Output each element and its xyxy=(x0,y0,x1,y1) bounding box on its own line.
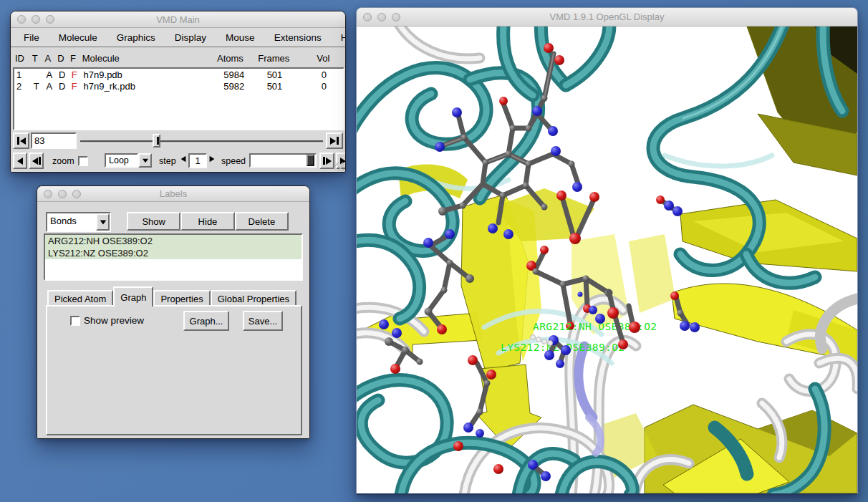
delete-button[interactable]: Delete xyxy=(235,212,289,231)
label-category-select[interactable]: Bonds xyxy=(46,212,111,232)
menu-extensions[interactable]: Extensions xyxy=(274,32,322,43)
window-title: Labels xyxy=(160,188,187,199)
col-frames: Frames xyxy=(243,53,304,64)
play-reverse-icon xyxy=(17,158,23,165)
minimize-button[interactable] xyxy=(377,13,386,21)
zoom-window-button[interactable] xyxy=(72,190,81,198)
menu-molecule[interactable]: Molecule xyxy=(59,32,97,43)
chevron-down-icon[interactable] xyxy=(96,213,110,231)
col-molecule: Molecule xyxy=(82,53,200,64)
resize-grip[interactable] xyxy=(334,162,344,171)
step-forward-icon xyxy=(323,157,332,165)
col-f: F xyxy=(70,53,82,64)
window-controls xyxy=(363,8,400,26)
show-preview-label: Show preview xyxy=(84,315,144,326)
molecule-row[interactable]: 2 T A D F h7n9_rk.pdb 5982 501 0 xyxy=(14,80,343,92)
label-category-value: Bonds xyxy=(47,213,96,231)
step-decrement-button[interactable] xyxy=(180,155,186,163)
desktop: { "desktop": { "background": "#4d78b0" }… xyxy=(0,0,868,502)
tab-picked-atom[interactable]: Picked Atom xyxy=(47,290,113,306)
save-button[interactable]: Save... xyxy=(243,311,283,331)
window-title: VMD 1.9.1 OpenGL Display xyxy=(550,11,665,22)
step-decrement-icon xyxy=(181,156,186,163)
labels-tabs: Picked Atom Graph Properties Global Prop… xyxy=(47,286,296,306)
label-action-buttons: Show Hide Delete xyxy=(127,212,289,231)
menu-file[interactable]: File xyxy=(24,32,39,43)
hide-button[interactable]: Hide xyxy=(180,212,234,231)
graph-tab-panel: Show preview Graph... Save... xyxy=(46,305,302,435)
zoom-checkbox[interactable] xyxy=(78,156,88,166)
labels-window: Labels Bonds Show Hide Delete ARG212:NH … xyxy=(37,185,310,439)
menu-display[interactable]: Display xyxy=(175,32,206,43)
step-back-button[interactable] xyxy=(29,153,44,169)
step-forward-button[interactable] xyxy=(319,153,334,169)
window-title: VMD Main xyxy=(156,14,200,25)
molecule-list[interactable]: 1 A D F h7n9.pdb 5984 501 0 2 T A D F h7… xyxy=(13,67,344,130)
tab-global-properties[interactable]: Global Properties xyxy=(211,290,296,306)
jump-to-start-button[interactable] xyxy=(13,132,29,149)
zoom-window-button[interactable] xyxy=(46,15,54,24)
molecule-row[interactable]: 1 A D F h7n9.pdb 5984 501 0 xyxy=(14,69,343,80)
molecular-viewport[interactable]: .tT{fill:none;stroke:#257a7e;stroke-widt… xyxy=(357,26,857,494)
col-a: A xyxy=(44,53,57,64)
step-value-input[interactable] xyxy=(188,153,207,168)
bond-label-item[interactable]: ARG212:NH OSE389:O2 xyxy=(45,235,302,247)
frame-number-input[interactable] xyxy=(31,132,77,149)
window-controls xyxy=(44,186,81,201)
labels-titlebar[interactable]: Labels xyxy=(37,186,309,202)
loop-mode-select[interactable]: Loop xyxy=(105,153,152,168)
frame-slider-track[interactable] xyxy=(80,140,323,143)
chevron-down-icon[interactable] xyxy=(138,153,152,168)
speed-label: speed xyxy=(221,156,246,166)
opengl-titlebar[interactable]: VMD 1.9.1 OpenGL Display xyxy=(357,8,857,26)
jump-end-icon xyxy=(330,137,339,145)
menu-graphics[interactable]: Graphics xyxy=(117,32,155,43)
show-button[interactable]: Show xyxy=(127,212,180,231)
show-preview-checkbox[interactable] xyxy=(70,316,80,326)
step-increment-button[interactable] xyxy=(209,155,215,163)
bond-label-item[interactable]: LYS212:NZ OSE389:O2 xyxy=(45,247,302,259)
play-reverse-button[interactable] xyxy=(13,153,27,169)
jump-start-icon xyxy=(17,137,26,145)
step-back-icon xyxy=(32,157,41,165)
minimize-button[interactable] xyxy=(32,15,40,24)
jump-to-end-button[interactable] xyxy=(326,132,343,149)
col-atoms: Atoms xyxy=(200,53,243,64)
col-t: T xyxy=(32,53,45,64)
frame-slider-handle[interactable] xyxy=(153,134,160,148)
minimize-button[interactable] xyxy=(58,190,67,198)
close-button[interactable] xyxy=(363,13,372,21)
menubar: File Molecule Graphics Display Mouse Ext… xyxy=(11,28,345,47)
menu-mouse[interactable]: Mouse xyxy=(226,32,255,43)
molecule-table-header: ID T A D F Molecule Atoms Frames Vol xyxy=(15,50,342,66)
zoom-window-button[interactable] xyxy=(392,13,400,21)
loop-mode-value: Loop xyxy=(105,153,138,168)
step-label: step xyxy=(159,156,176,166)
molecular-scene[interactable]: .tT{fill:none;stroke:#257a7e;stroke-widt… xyxy=(357,26,857,494)
tab-graph[interactable]: Graph xyxy=(113,286,153,306)
tab-properties[interactable]: Properties xyxy=(153,290,210,306)
bond-label-list[interactable]: ARG212:NH OSE389:O2 LYS212:NZ OSE389:O2 xyxy=(44,233,303,281)
graph-button[interactable]: Graph... xyxy=(183,311,229,331)
vmd-main-titlebar[interactable]: VMD Main xyxy=(11,11,345,28)
vmd-main-window: VMD Main File Molecule Graphics Display … xyxy=(10,11,346,173)
window-controls xyxy=(17,11,54,27)
menu-help[interactable]: Help xyxy=(341,32,346,43)
col-id: ID xyxy=(15,53,32,64)
close-button[interactable] xyxy=(44,190,52,198)
close-button[interactable] xyxy=(17,15,26,24)
opengl-display-window: VMD 1.9.1 OpenGL Display .tT{fill:none;s… xyxy=(356,7,858,495)
col-d: D xyxy=(57,53,70,64)
step-increment-icon xyxy=(210,156,215,163)
zoom-label: zoom xyxy=(52,156,74,166)
col-vol: Vol xyxy=(304,53,342,64)
speed-slider-handle[interactable] xyxy=(307,155,314,166)
